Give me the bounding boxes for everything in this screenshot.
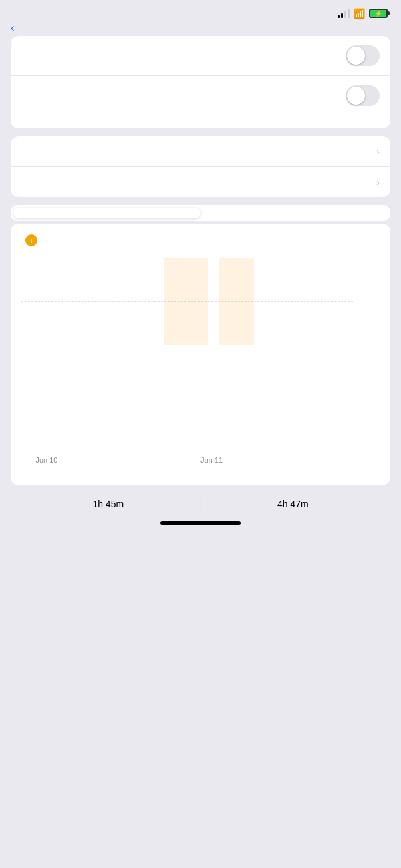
slow-charger-label: i bbox=[21, 234, 380, 246]
chart-section: i bbox=[11, 224, 390, 485]
low-power-note bbox=[11, 116, 390, 128]
low-power-mode-toggle[interactable] bbox=[346, 85, 380, 106]
activity-chart bbox=[21, 371, 380, 451]
battery-percentage-toggle[interactable] bbox=[346, 45, 380, 66]
signal-icon bbox=[338, 9, 350, 18]
battery-level-chart bbox=[21, 258, 380, 345]
date-labels: Jun 10 Jun 11 bbox=[21, 456, 380, 475]
wifi-icon: 📶 bbox=[354, 8, 365, 19]
activity-bars bbox=[21, 371, 353, 451]
battery-health-value: › bbox=[374, 146, 380, 157]
activity-y-labels bbox=[356, 371, 380, 451]
charging-indicators bbox=[21, 347, 380, 358]
charging-value: › bbox=[376, 176, 380, 188]
nav-bar: ‹ bbox=[0, 23, 401, 36]
chart-divider bbox=[21, 252, 380, 252]
info-icon[interactable]: i bbox=[25, 234, 37, 246]
chevron-right-icon-2: › bbox=[376, 176, 380, 188]
battery-health-row[interactable]: › bbox=[11, 136, 390, 167]
screen-idle-legend: 4h 47m bbox=[201, 499, 386, 509]
battery-bars bbox=[21, 258, 353, 345]
status-icons: 📶 ⚡ bbox=[338, 8, 388, 19]
low-power-mode-row bbox=[11, 76, 390, 116]
toggles-card bbox=[11, 36, 390, 128]
chevron-left-icon: ‹ bbox=[11, 21, 15, 35]
date-jun10: Jun 10 bbox=[35, 456, 57, 464]
chevron-right-icon: › bbox=[376, 146, 380, 157]
tab-last-24-hours[interactable] bbox=[13, 208, 200, 218]
battery-bolt-icon: ⚡ bbox=[374, 10, 382, 17]
legend-row: 1h 45m 4h 47m bbox=[0, 493, 401, 515]
toggle-knob bbox=[347, 47, 365, 65]
screen-active-legend: 1h 45m bbox=[16, 499, 200, 509]
battery-icon: ⚡ bbox=[369, 9, 388, 18]
charging-row[interactable]: › bbox=[11, 167, 390, 197]
back-button[interactable]: ‹ bbox=[11, 21, 16, 35]
home-indicator[interactable] bbox=[160, 521, 241, 525]
health-card: › › bbox=[11, 136, 390, 197]
date-jun11: Jun 11 bbox=[200, 456, 223, 464]
screen-active-value: 1h 45m bbox=[16, 499, 200, 509]
battery-y-labels bbox=[356, 258, 380, 345]
chart-divider-2 bbox=[21, 365, 380, 365]
tab-last-10-days[interactable] bbox=[200, 208, 388, 218]
screen-idle-value: 4h 47m bbox=[201, 499, 386, 509]
battery-percentage-row bbox=[11, 36, 390, 76]
tabs-container bbox=[11, 205, 390, 221]
status-bar: 📶 ⚡ bbox=[0, 0, 401, 23]
toggle-knob-2 bbox=[347, 87, 365, 105]
